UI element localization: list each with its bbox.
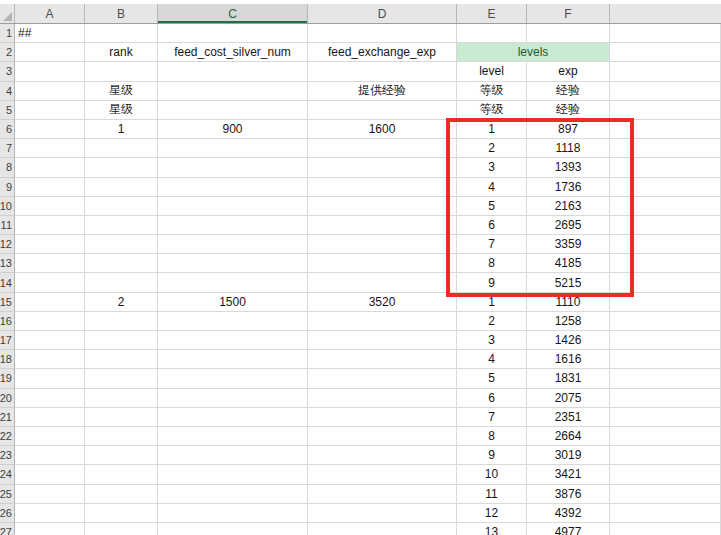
cell-A27[interactable] bbox=[15, 523, 85, 535]
cell-B24[interactable] bbox=[85, 465, 158, 484]
cell-A24[interactable] bbox=[15, 465, 85, 484]
cell-C4[interactable] bbox=[158, 82, 308, 101]
row-header-9[interactable]: 9 bbox=[0, 178, 15, 197]
row-header-19[interactable]: 19 bbox=[0, 369, 15, 388]
cell-A13[interactable] bbox=[15, 254, 85, 273]
cell-E25[interactable]: 11 bbox=[457, 485, 527, 504]
cell-A25[interactable] bbox=[15, 485, 85, 504]
cell-G12[interactable] bbox=[610, 235, 721, 254]
row-header-15[interactable]: 15 bbox=[0, 293, 15, 312]
cell-E4[interactable]: 等级 bbox=[457, 82, 527, 101]
row-header-24[interactable]: 24 bbox=[0, 465, 15, 484]
cell-C23[interactable] bbox=[158, 446, 308, 465]
cell-B4[interactable]: 星级 bbox=[85, 82, 158, 101]
row-header-5[interactable]: 5 bbox=[0, 101, 15, 120]
cell-E14[interactable]: 9 bbox=[457, 273, 527, 292]
cell-E20[interactable]: 6 bbox=[457, 389, 527, 408]
cell-A5[interactable] bbox=[15, 101, 85, 120]
cell-F15[interactable]: 1110 bbox=[527, 293, 610, 312]
row-header-14[interactable]: 14 bbox=[0, 273, 15, 292]
cell-D24[interactable] bbox=[308, 465, 457, 484]
cell-B14[interactable] bbox=[85, 273, 158, 292]
cell-F19[interactable]: 1831 bbox=[527, 369, 610, 388]
column-header-B[interactable]: B bbox=[85, 4, 158, 23]
cell-F22[interactable]: 2664 bbox=[527, 427, 610, 446]
cell-C16[interactable] bbox=[158, 312, 308, 331]
cell-A12[interactable] bbox=[15, 235, 85, 254]
cell-G27[interactable] bbox=[610, 523, 721, 535]
cell-G8[interactable] bbox=[610, 158, 721, 177]
cell-E26[interactable]: 12 bbox=[457, 504, 527, 523]
cell-F16[interactable]: 1258 bbox=[527, 312, 610, 331]
cell-C6[interactable]: 900 bbox=[158, 120, 308, 139]
cell-G18[interactable] bbox=[610, 350, 721, 369]
column-header-C-selected[interactable]: C bbox=[158, 4, 308, 23]
cell-F14[interactable]: 5215 bbox=[527, 273, 610, 292]
cell-G10[interactable] bbox=[610, 197, 721, 216]
cell-A15[interactable] bbox=[15, 293, 85, 312]
cell-E10[interactable]: 5 bbox=[457, 197, 527, 216]
cell-B10[interactable] bbox=[85, 197, 158, 216]
cell-A2[interactable] bbox=[15, 43, 85, 62]
cell-F26[interactable]: 4392 bbox=[527, 504, 610, 523]
cell-C26[interactable] bbox=[158, 504, 308, 523]
cell-B19[interactable] bbox=[85, 369, 158, 388]
cell-D26[interactable] bbox=[308, 504, 457, 523]
cell-F12[interactable]: 3359 bbox=[527, 235, 610, 254]
cell-F5[interactable]: 经验 bbox=[527, 101, 610, 120]
cell-F13[interactable]: 4185 bbox=[527, 254, 610, 273]
cell-C24[interactable] bbox=[158, 465, 308, 484]
cell-F23[interactable]: 3019 bbox=[527, 446, 610, 465]
cell-G24[interactable] bbox=[610, 465, 721, 484]
cell-D4[interactable]: 提供经验 bbox=[308, 82, 457, 101]
row-header-6[interactable]: 6 bbox=[0, 120, 15, 139]
cell-C13[interactable] bbox=[158, 254, 308, 273]
cell-C17[interactable] bbox=[158, 331, 308, 350]
cell-B11[interactable] bbox=[85, 216, 158, 235]
row-header-4[interactable]: 4 bbox=[0, 82, 15, 101]
cell-D25[interactable] bbox=[308, 485, 457, 504]
cell-C15[interactable]: 1500 bbox=[158, 293, 308, 312]
cell-E7[interactable]: 2 bbox=[457, 139, 527, 158]
cell-A16[interactable] bbox=[15, 312, 85, 331]
cell-B5[interactable]: 星级 bbox=[85, 101, 158, 120]
cell-A20[interactable] bbox=[15, 389, 85, 408]
cell-A19[interactable] bbox=[15, 369, 85, 388]
row-header-3[interactable]: 3 bbox=[0, 62, 15, 81]
cell-A23[interactable] bbox=[15, 446, 85, 465]
cell-B23[interactable] bbox=[85, 446, 158, 465]
cell-C7[interactable] bbox=[158, 139, 308, 158]
cell-D14[interactable] bbox=[308, 273, 457, 292]
cell-C9[interactable] bbox=[158, 178, 308, 197]
cell-G4[interactable] bbox=[610, 82, 721, 101]
cell-E24[interactable]: 10 bbox=[457, 465, 527, 484]
cell-B20[interactable] bbox=[85, 389, 158, 408]
cell-E18[interactable]: 4 bbox=[457, 350, 527, 369]
cell-B9[interactable] bbox=[85, 178, 158, 197]
cell-G20[interactable] bbox=[610, 389, 721, 408]
cell-B18[interactable] bbox=[85, 350, 158, 369]
cell-C1[interactable] bbox=[158, 24, 308, 43]
cell-C14[interactable] bbox=[158, 273, 308, 292]
cell-D16[interactable] bbox=[308, 312, 457, 331]
cell-A26[interactable] bbox=[15, 504, 85, 523]
row-header-22[interactable]: 22 bbox=[0, 427, 15, 446]
row-header-7[interactable]: 7 bbox=[0, 139, 15, 158]
cell-A17[interactable] bbox=[15, 331, 85, 350]
cell-D9[interactable] bbox=[308, 178, 457, 197]
cell-A4[interactable] bbox=[15, 82, 85, 101]
row-header-26[interactable]: 26 bbox=[0, 504, 15, 523]
cell-B22[interactable] bbox=[85, 427, 158, 446]
cell-D15[interactable]: 3520 bbox=[308, 293, 457, 312]
cell-B3[interactable] bbox=[85, 62, 158, 81]
cell-G7[interactable] bbox=[610, 139, 721, 158]
row-header-16[interactable]: 16 bbox=[0, 312, 15, 331]
cell-B6[interactable]: 1 bbox=[85, 120, 158, 139]
cell-B27[interactable] bbox=[85, 523, 158, 535]
cell-G17[interactable] bbox=[610, 331, 721, 350]
cell-A18[interactable] bbox=[15, 350, 85, 369]
cell-B8[interactable] bbox=[85, 158, 158, 177]
cell-D2[interactable]: feed_exchange_exp bbox=[308, 43, 457, 62]
cell-F25[interactable]: 3876 bbox=[527, 485, 610, 504]
cell-A11[interactable] bbox=[15, 216, 85, 235]
